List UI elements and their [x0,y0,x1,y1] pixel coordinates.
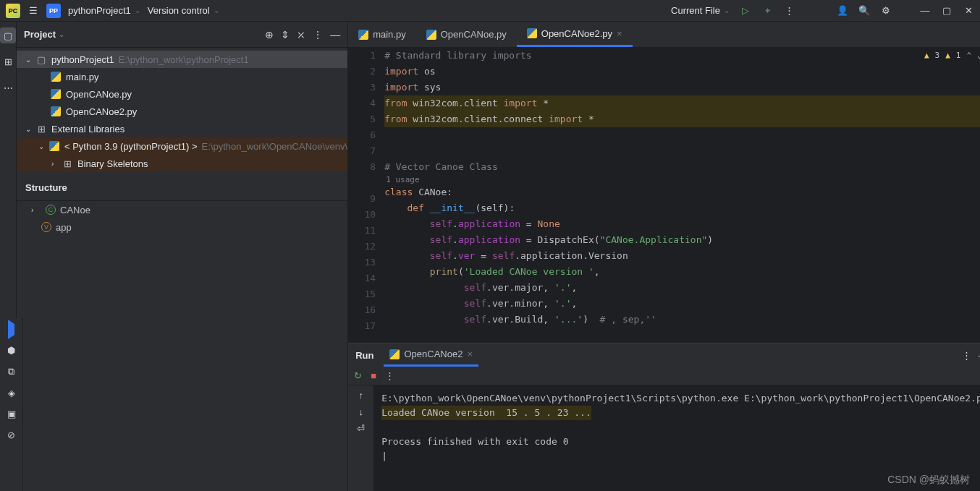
run-tab-label: OpenCANoe2 [404,349,462,359]
editor-tab[interactable]: OpenCANoe.py [416,22,517,47]
structure-class[interactable]: › C CANoe [17,201,347,218]
scroll-down-icon[interactable]: ↓ [358,406,363,417]
library-icon: ⊞ [35,124,47,135]
structure-label: CANoe [60,205,90,215]
tab-label: OpenCANoe.py [441,29,507,40]
console-cmd: E:\python_work\OpenCANoe\venv\pythonProj… [381,391,980,406]
run-config-label: Current File [671,5,720,16]
tree-file[interactable]: OpenCANoe2.py [17,103,347,120]
sidebar-more-icon[interactable]: ⋮ [313,29,323,40]
maximize-icon[interactable]: ▢ [941,5,952,17]
warning-icon: ▲ [945,51,950,60]
warning-icon: ▲ [924,51,929,60]
close-tab-icon[interactable]: × [467,349,473,359]
tabs-more-icon[interactable]: ⋮ [976,29,980,40]
pycharm-logo: PC [6,4,20,18]
search-icon[interactable]: 🔍 [858,5,870,17]
chevron-right-icon: › [51,160,62,168]
debug-icon[interactable]: ⌖ [761,5,773,17]
python-console-icon[interactable]: ⬢ [7,345,15,356]
vcs-dropdown[interactable]: Version control ⌄ [148,5,219,16]
console-toolbar: ↑ ↓ ⏎ [348,385,374,491]
run-more-icon[interactable]: ⋮ [962,350,971,361]
variable-icon: V [41,222,51,232]
structure-label: app [56,222,72,233]
watermark: CSDN @蚂蚁撼树 [887,474,970,487]
vcs-label: Version control [148,5,210,16]
settings-icon[interactable]: ⚙ [880,5,892,17]
library-icon: ⊞ [62,158,73,169]
chevron-down-icon: ⌄ [25,125,35,133]
project-sidebar: Project⌄ ⊕ ⇕ ⤫ ⋮ — ⌄ ▢ pythonProject1 E:… [17,22,348,491]
structure-tool-icon[interactable]: ⊞ [0,54,16,69]
run-config-dropdown[interactable]: Current File ⌄ [671,5,730,16]
select-opened-icon[interactable]: ⊕ [265,29,274,40]
chevron-down-icon[interactable]: ⌄ [977,51,980,60]
more-tools-icon[interactable]: ⋯ [0,80,16,95]
console-exit: Process finished with exit code 0 [381,435,980,449]
tree-python-env[interactable]: ⌄ < Python 3.9 (pythonProject1) > E:\pyt… [17,137,347,155]
project-dropdown[interactable]: pythonProject1 ⌄ [68,5,140,16]
tree-path: E:\python_work\OpenCANoe\venv\ [202,141,348,152]
more-icon[interactable]: ⋮ [783,5,795,17]
add-user-icon[interactable]: 👤 [837,5,848,17]
chevron-down-icon: ⌄ [135,7,140,14]
structure-variable[interactable]: V app [17,218,347,236]
line-numbers: 12345678 91011121314151617 [348,48,384,343]
class-icon: C [46,205,56,215]
close-icon[interactable]: ✕ [963,5,974,17]
python-packages-icon[interactable]: ◈ [8,388,15,398]
python-file-icon [50,89,62,99]
collapse-all-icon[interactable]: ⤫ [297,29,305,40]
python-file-icon [426,30,436,40]
tree-file-label: main.py [66,72,99,82]
soft-wrap-icon[interactable]: ⏎ [357,423,365,434]
services-icon[interactable]: ⧉ [8,366,14,377]
project-tree: ⌄ ▢ pythonProject1 E:\python_work\python… [17,48,347,175]
sidebar-title[interactable]: Project⌄ [24,29,259,40]
run-options-icon[interactable]: ⋮ [385,370,394,381]
tree-file[interactable]: OpenCANoe.py [17,85,347,103]
project-badge: PP [46,4,61,18]
tree-file-label: OpenCANoe.py [66,89,132,100]
tree-root-path: E:\python_work\pythonProject1 [119,54,249,65]
code-editor[interactable]: ▲3 ▲1 ⌃ ⌄ 12345678 91011121314151617 # S… [348,48,980,343]
tree-root[interactable]: ⌄ ▢ pythonProject1 E:\python_work\python… [17,51,347,68]
run-tab[interactable]: OpenCANoe2 × [384,343,478,367]
run-title: Run [355,350,373,361]
editor-tabs: main.py OpenCANoe.py OpenCANoe2.py × ⋮ [348,22,980,48]
sidebar-hide-icon[interactable]: — [330,29,340,40]
editor-tab-active[interactable]: OpenCANoe2.py × [517,22,633,47]
structure-header: Structure [17,175,347,201]
python-icon [48,141,60,151]
chevron-up-icon[interactable]: ⌃ [966,51,971,60]
problems-icon[interactable]: ⊘ [7,430,15,440]
tree-label: External Libraries [51,124,124,135]
rerun-icon[interactable]: ↻ [354,370,362,381]
scroll-up-icon[interactable]: ↑ [358,390,363,401]
run-icon[interactable]: ▷ [740,5,751,17]
tree-root-label: pythonProject1 [51,54,114,65]
console-result: Loaded CANoe version 15 . 5 . 23 ... [381,406,591,420]
project-name-label: pythonProject1 [68,5,131,16]
editor-tab[interactable]: main.py [348,22,416,47]
minimize-icon[interactable]: — [919,5,931,17]
project-tool-icon[interactable]: ▢ [0,27,16,43]
python-file-icon [358,30,368,40]
tree-file[interactable]: main.py [17,68,347,85]
run-tool-icon[interactable] [8,324,14,335]
tree-file-label: OpenCANoe2.py [66,106,137,117]
inspection-badges[interactable]: ▲3 ▲1 ⌃ ⌄ [924,51,980,60]
expand-all-icon[interactable]: ⇕ [281,29,290,40]
tree-binary-skeletons[interactable]: › ⊞ Binary Skeletons [17,155,347,172]
run-panel: Run OpenCANoe2 × ⋮ — ↻ ■ ⋮ ↑ ↓ [348,343,980,491]
code-content[interactable]: # Standard library importsimport osimpor… [384,48,980,343]
tree-external-libs[interactable]: ⌄ ⊞ External Libraries [17,120,347,137]
chevron-down-icon: ⌄ [25,56,35,64]
close-tab-icon[interactable]: × [617,28,622,39]
titlebar: PC ☰ PP pythonProject1 ⌄ Version control… [0,0,980,22]
hamburger-icon[interactable]: ☰ [28,5,39,17]
terminal-icon[interactable]: ▣ [7,409,16,419]
stop-icon[interactable]: ■ [371,370,376,381]
python-file-icon [389,349,400,359]
